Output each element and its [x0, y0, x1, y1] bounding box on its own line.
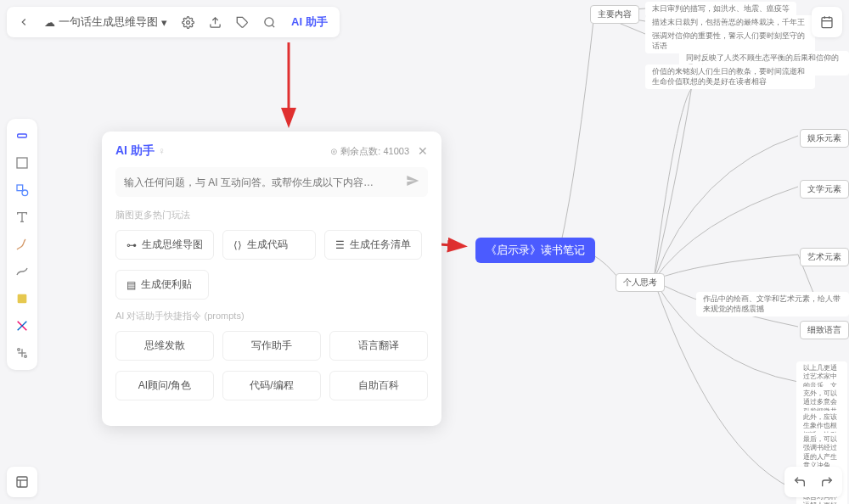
back-button[interactable] — [12, 10, 36, 34]
close-icon[interactable]: ✕ — [418, 144, 428, 158]
svg-point-5 — [264, 17, 273, 25]
node-sub[interactable]: 文学元素 — [800, 180, 849, 199]
ai-assistant-button[interactable]: AI 助手 — [284, 14, 335, 30]
svg-rect-12 — [17, 158, 27, 168]
mindmap-icon: ⊶ — [127, 239, 137, 251]
node-text: 作品中的绘画、文学和艺术元素，给人带来观觉的情感震撼 — [696, 292, 849, 316]
export-icon[interactable] — [203, 10, 227, 34]
quick-action-code[interactable]: ⟨⟩生成代码 — [222, 230, 316, 260]
node-text: 价值的来铭刻人们生日的教条，要时间流逝和生命价值联想的美是好在读者相容 — [645, 64, 815, 89]
search-icon[interactable] — [257, 10, 281, 34]
undo-redo-group — [784, 467, 842, 497]
outline-button[interactable] — [7, 467, 37, 497]
redo-button[interactable] — [815, 470, 839, 494]
gear-icon[interactable] — [176, 10, 200, 34]
svg-point-21 — [25, 356, 27, 358]
undo-button[interactable] — [788, 470, 812, 494]
doc-title-text: 一句话生成思维导图 — [59, 14, 158, 30]
prompt-chip[interactable]: 自助百科 — [329, 371, 428, 400]
tag-icon[interactable] — [230, 10, 254, 34]
ai-prompt-input[interactable] — [124, 176, 406, 188]
send-icon[interactable] — [406, 174, 419, 190]
prompt-chip[interactable]: 代码/编程 — [222, 371, 321, 400]
code-icon: ⟨⟩ — [233, 239, 242, 251]
ai-assistant-panel: AI 助手♀ ⊙ 剩余点数: 41003 ✕ 脑图更多热门玩法 ⊶生成思维导图 … — [102, 132, 441, 426]
tool-connector[interactable] — [10, 260, 34, 283]
remaining-points: ⊙ 剩余点数: 41003 — [330, 145, 409, 158]
svg-rect-22 — [17, 477, 27, 487]
cloud-icon: ☁ — [44, 16, 55, 29]
mindmap-center-node[interactable]: 《启示录》读书笔记 — [475, 238, 595, 263]
tool-sticky[interactable] — [10, 287, 34, 311]
node-text: 强调对信仰的重要性，警示人们要时刻坚守的话语 — [645, 29, 815, 53]
node-sub[interactable]: 细致语言 — [800, 321, 849, 339]
svg-rect-17 — [18, 294, 27, 304]
tool-frame[interactable] — [10, 151, 34, 175]
svg-rect-7 — [822, 18, 832, 28]
calendar-button[interactable] — [812, 7, 842, 37]
node-sub[interactable]: 娱乐元素 — [800, 129, 849, 148]
svg-rect-13 — [17, 185, 23, 191]
doc-title[interactable]: ☁ 一句话生成思维导图 ▾ — [39, 14, 172, 30]
tool-topic[interactable] — [10, 124, 34, 148]
ai-panel-title: AI 助手♀ — [115, 143, 166, 159]
note-icon: ▤ — [127, 279, 136, 291]
prompt-chip[interactable]: AI顾问/角色 — [115, 371, 214, 400]
topbar: ☁ 一句话生成思维导图 ▾ AI 助手 — [7, 7, 340, 37]
prompt-chip[interactable]: 思维发散 — [115, 331, 214, 361]
quick-action-sticky[interactable]: ▤生成便利贴 — [115, 270, 209, 300]
quick-action-mindmap[interactable]: ⊶生成思维导图 — [115, 230, 214, 260]
chevron-down-icon: ▾ — [161, 16, 167, 29]
node-personal-thought[interactable]: 个人思考 — [616, 273, 665, 292]
node-main-content[interactable]: 主要内容 — [590, 5, 639, 24]
node-sub[interactable]: 艺术元素 — [800, 248, 849, 266]
section-label: AI 对话助手快捷指令 (prompts) — [115, 310, 428, 322]
svg-point-2 — [186, 20, 189, 24]
tool-cross[interactable] — [10, 314, 34, 338]
tool-shape[interactable] — [10, 178, 34, 202]
svg-point-14 — [22, 190, 28, 196]
section-label: 脑图更多热门玩法 — [115, 209, 428, 221]
list-icon: ☰ — [335, 239, 345, 251]
tool-more[interactable] — [10, 341, 34, 365]
svg-point-20 — [18, 349, 20, 351]
svg-line-6 — [272, 25, 274, 27]
prompt-chip[interactable]: 语言翻译 — [329, 331, 428, 361]
tool-text[interactable] — [10, 205, 34, 229]
prompt-chip[interactable]: 写作助手 — [222, 331, 321, 361]
svg-rect-11 — [18, 134, 27, 137]
tool-pen[interactable] — [10, 232, 34, 256]
toolbar-sidebar — [7, 119, 37, 370]
quick-action-tasklist[interactable]: ☰生成任务清单 — [324, 230, 422, 260]
